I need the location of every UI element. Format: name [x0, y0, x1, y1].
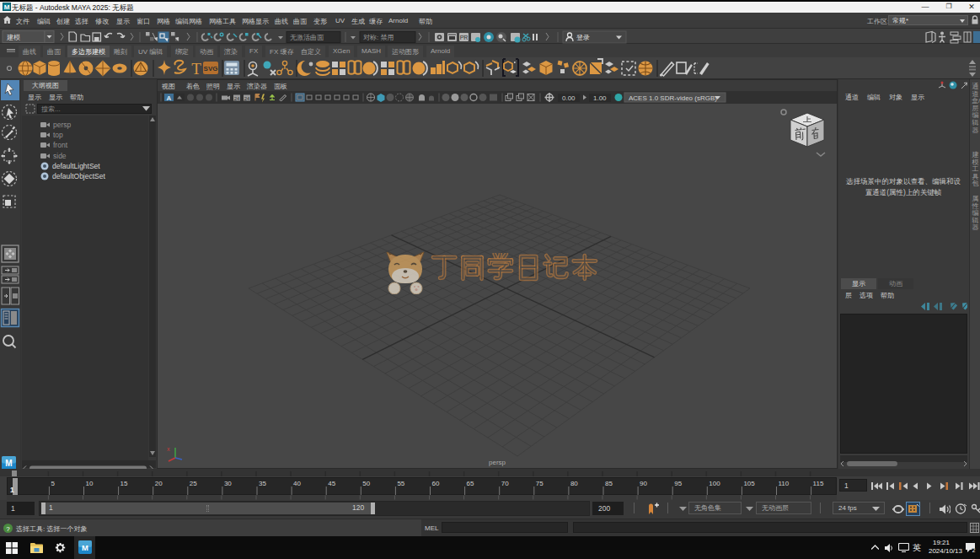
svg-text:110: 110: [779, 480, 790, 487]
svg-text:115: 115: [813, 480, 824, 487]
svg-text:24: 24: [234, 96, 240, 101]
svg-text:70: 70: [501, 480, 509, 487]
svg-text:25: 25: [190, 480, 197, 487]
svg-text:SVG: SVG: [204, 65, 218, 73]
svg-text:PR: PR: [460, 35, 469, 40]
svg-text:55: 55: [397, 480, 404, 487]
svg-text:ACES 1.0 SDR-video (sRGB): ACES 1.0 SDR-video (sRGB): [629, 94, 717, 102]
svg-text:20: 20: [155, 480, 163, 487]
svg-text:登录: 登录: [576, 34, 590, 41]
svg-text:80: 80: [570, 480, 578, 487]
svg-text:60: 60: [432, 480, 440, 487]
svg-text:10: 10: [86, 480, 94, 487]
svg-text:30: 30: [224, 480, 232, 487]
svg-text:M: M: [5, 459, 12, 468]
svg-text:50: 50: [362, 480, 370, 487]
svg-text:65: 65: [467, 480, 474, 487]
svg-text:对称: 禁用: 对称: 禁用: [363, 34, 394, 41]
svg-text:5: 5: [51, 480, 55, 487]
svg-text:100: 100: [709, 480, 720, 487]
svg-text:85: 85: [605, 480, 613, 487]
svg-text:无激活曲面: 无激活曲面: [290, 34, 324, 41]
svg-text:?: ?: [6, 525, 10, 533]
svg-text:24: 24: [244, 96, 250, 101]
svg-text:35: 35: [259, 480, 266, 487]
svg-text:105: 105: [743, 480, 755, 487]
svg-text:2: 2: [972, 547, 976, 552]
svg-text:T: T: [191, 60, 201, 78]
svg-text:15: 15: [120, 480, 128, 487]
svg-text:90: 90: [640, 480, 647, 487]
svg-text:0.00: 0.00: [562, 94, 576, 102]
svg-text:45: 45: [328, 480, 335, 487]
svg-text:40: 40: [293, 480, 301, 487]
svg-text:M: M: [82, 543, 88, 552]
svg-text:x: x: [167, 446, 170, 452]
svg-text:1.00: 1.00: [593, 94, 607, 102]
svg-text:95: 95: [674, 480, 682, 487]
svg-text:75: 75: [536, 480, 544, 487]
svg-text:建模: 建模: [7, 34, 20, 41]
svg-text:A: A: [167, 94, 172, 102]
